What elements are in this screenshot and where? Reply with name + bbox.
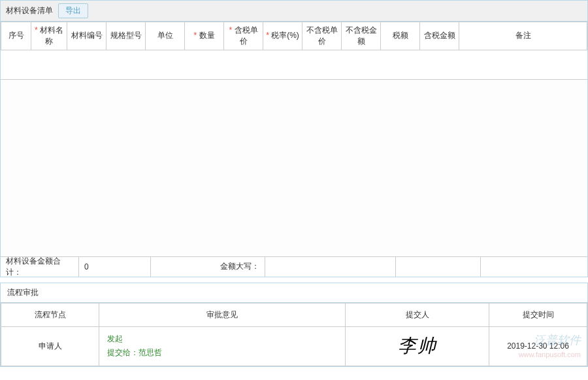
materials-header-row: 序号 * 材料名称 材料编号 规格型号 单位 * 数量 * 含税单价 * 税率(… (1, 22, 587, 50)
materials-blank-area (1, 80, 587, 256)
materials-panel: 材料设备清单 导出 序号 * 材料名称 材料编号 规格型号 单位 * 数量 * … (0, 0, 588, 277)
cell-node: 申请人 (1, 326, 99, 366)
summary-total-label: 材料设备金额合计： (1, 257, 79, 277)
col-name: * 材料名称 (31, 22, 67, 50)
summary-spacer-2 (481, 257, 587, 277)
materials-table: 序号 * 材料名称 材料编号 规格型号 单位 * 数量 * 含税单价 * 税率(… (1, 22, 587, 50)
col-tax-amount: 税额 (381, 22, 420, 50)
col-qty: * 数量 (185, 22, 224, 50)
materials-title: 材料设备清单 (6, 5, 53, 16)
col-notax-price: 不含税单价 (302, 22, 342, 50)
col-spec: 规格型号 (106, 22, 146, 50)
approval-title: 流程审批 (1, 283, 587, 303)
cell-submitter: 李帅 (346, 326, 489, 366)
col-notax-amount: 不含税金额 (342, 22, 381, 50)
col-tax-price: * 含税单价 (224, 22, 263, 50)
signature: 李帅 (398, 336, 437, 356)
approval-row: 申请人 发起 提交给：范思哲 李帅 2019-12-30 12:06 (1, 326, 587, 366)
summary-words-value (265, 257, 396, 277)
materials-summary: 材料设备金额合计： 0 金额大写： (1, 256, 587, 277)
approval-header-row: 流程节点 审批意见 提交人 提交时间 (1, 303, 587, 326)
col-opinion: 审批意见 (99, 303, 346, 326)
summary-total-value: 0 (79, 257, 151, 277)
materials-empty-row (1, 50, 587, 80)
opinion-submit-to: 提交给：范思哲 (107, 346, 340, 360)
col-code: 材料编号 (67, 22, 106, 50)
approval-table: 流程节点 审批意见 提交人 提交时间 申请人 发起 提交给：范思哲 李帅 201… (1, 303, 587, 366)
col-tax-rate: * 税率(%) (263, 22, 302, 50)
summary-spacer-1 (396, 257, 481, 277)
opinion-action: 发起 (107, 332, 340, 347)
export-button[interactable]: 导出 (58, 3, 88, 18)
col-submit-time: 提交时间 (489, 303, 587, 326)
col-submitter: 提交人 (346, 303, 489, 326)
col-incl-tax-amount: 含税金额 (420, 22, 459, 50)
cell-opinion: 发起 提交给：范思哲 (99, 326, 346, 366)
col-node: 流程节点 (1, 303, 99, 326)
materials-header: 材料设备清单 导出 (1, 1, 587, 22)
summary-words-label: 金额大写： (151, 257, 265, 277)
col-remark: 备注 (459, 22, 587, 50)
approval-panel: 流程审批 流程节点 审批意见 提交人 提交时间 申请人 发起 提交给：范思哲 (0, 283, 588, 367)
cell-time: 2019-12-30 12:06 (489, 326, 587, 366)
col-seq: 序号 (1, 22, 31, 50)
col-unit: 单位 (146, 22, 185, 50)
